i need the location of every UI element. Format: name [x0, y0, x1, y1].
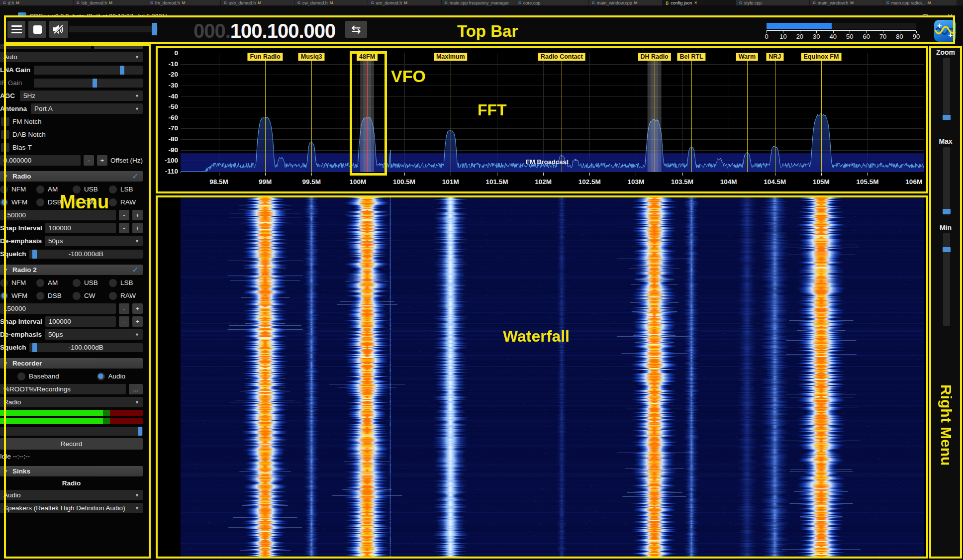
mute-button[interactable] [49, 21, 68, 38]
station-label[interactable]: 48FM [357, 53, 378, 61]
editor-tab[interactable]: Cam_demod.hM [368, 0, 442, 5]
offset-input[interactable]: 0.000000 [0, 155, 81, 166]
bandwidth-increment-button[interactable]: + [132, 303, 143, 314]
mode-LSB[interactable]: LSB [109, 184, 143, 194]
station-label[interactable]: NRJ [766, 53, 783, 61]
deemphasis-select[interactable]: 50µs ▼ [45, 329, 143, 340]
editor-tab[interactable]: {}config.json✕ [663, 0, 736, 5]
recorder-stream-select[interactable]: Radio ▼ [0, 397, 143, 407]
mode-LSB[interactable]: LSB [109, 278, 143, 288]
radio-button[interactable] [0, 279, 8, 287]
radio-section-header[interactable]: ▼ Radio ✓ [0, 171, 143, 182]
if-gain-handle[interactable] [93, 79, 97, 88]
station-label[interactable]: Warm [736, 53, 758, 61]
radio-button[interactable] [73, 198, 81, 206]
recorder-section-header[interactable]: ▼ Recorder [0, 358, 143, 369]
sink-device-select[interactable]: Speakers (Realtek High Definition Audio)… [0, 503, 143, 513]
radio2-bandwidth-input[interactable]: 150000 [0, 303, 116, 314]
menu-toggle-button[interactable] [7, 21, 25, 38]
lna-gain-handle[interactable] [120, 66, 124, 75]
radio-button[interactable] [109, 292, 117, 300]
recorder-volume-handle[interactable] [138, 427, 142, 436]
station-label[interactable]: Maximum [434, 53, 468, 61]
volume-slider-handle[interactable] [152, 23, 157, 35]
volume-slider[interactable] [69, 26, 158, 32]
dab-notch-checkbox[interactable] [1, 130, 9, 139]
max-slider-handle[interactable] [943, 209, 951, 214]
snap-interval-input[interactable]: 100000 [45, 223, 116, 233]
antenna-select[interactable]: Port A ▼ [31, 103, 143, 114]
deemphasis-select[interactable]: 50µs ▼ [45, 236, 143, 246]
bias-t-checkbox[interactable] [1, 143, 9, 152]
mode-NFM[interactable]: NFM [0, 278, 34, 288]
editor-tab[interactable]: Ccore.cpp [515, 0, 589, 5]
lna-gain-slider[interactable] [34, 66, 143, 75]
editor-tab[interactable]: Cmain.cpp frequency_manager [442, 0, 515, 5]
mode-WFM[interactable]: WFM [0, 197, 34, 207]
mode-NFM[interactable]: NFM [0, 184, 34, 194]
agc-select[interactable]: 5Hz ▼ [20, 91, 143, 101]
mode-RAW[interactable]: RAW [109, 290, 143, 301]
radio-button[interactable] [73, 186, 81, 193]
station-label[interactable]: Fun Radio [248, 53, 283, 61]
radio-button[interactable] [109, 198, 117, 206]
mode-USB[interactable]: USB [73, 278, 106, 288]
station-label[interactable]: Musiq3 [298, 53, 325, 61]
recorder-volume-slider[interactable] [0, 427, 143, 436]
waterfall-plot[interactable] [181, 197, 924, 557]
mode-DSB[interactable]: DSB [36, 290, 70, 301]
radio-button[interactable] [0, 292, 8, 300]
snap-decrement-button[interactable]: - [119, 223, 129, 233]
zoom-slider-handle[interactable] [943, 115, 951, 120]
station-label[interactable]: Bel RTL [677, 53, 706, 61]
vfo-swap-button[interactable]: ⇆ [345, 21, 367, 38]
radio-bandwidth-input[interactable]: 150000 [0, 210, 116, 220]
fft-plot[interactable] [181, 53, 924, 172]
sinks-section-header[interactable]: ▼ Sinks [0, 466, 143, 476]
min-slider-handle[interactable] [943, 247, 951, 252]
bandwidth-increment-button[interactable]: + [132, 210, 143, 220]
snap-decrement-button[interactable]: - [119, 316, 129, 327]
bandwidth-decrement-button[interactable]: - [119, 210, 129, 220]
radio-button[interactable] [36, 279, 44, 287]
radio-button[interactable] [109, 186, 117, 193]
mode-CW[interactable]: CW [73, 197, 106, 207]
browse-button[interactable]: ... [129, 384, 143, 394]
sink-type-select[interactable]: Audio ▼ [0, 490, 143, 500]
recording-path-input[interactable]: %ROOT%/Recordings [0, 384, 126, 394]
radio-button[interactable] [36, 198, 44, 206]
editor-tab[interactable]: Clsb_demod.hM [74, 0, 147, 5]
radio2-section-header[interactable]: ▼ Radio 2 ✓ [0, 265, 143, 275]
mode-CW[interactable]: CW [73, 290, 106, 301]
squelch-slider[interactable]: -100.000dB [29, 343, 143, 352]
enabled-check-icon[interactable]: ✓ [132, 172, 139, 181]
mode-DSB[interactable]: DSB [36, 197, 70, 207]
recorder-mode-baseband[interactable]: Baseband [17, 371, 59, 381]
bandwidth-decrement-button[interactable]: - [119, 303, 129, 314]
max-slider[interactable] [943, 147, 950, 215]
editor-tab[interactable]: Cfm_demod.hM [147, 0, 221, 5]
station-label[interactable]: Radio Contact [538, 53, 585, 61]
frequency-display[interactable]: 000.100.100.000 [193, 20, 335, 42]
record-button[interactable]: Record [0, 438, 143, 450]
editor-tab[interactable]: Cusb_demod.hM [221, 0, 294, 5]
editor-tab[interactable]: Ccw_demod.hM [294, 0, 368, 5]
mode-USB[interactable]: USB [73, 184, 106, 194]
radio-button[interactable] [0, 198, 8, 206]
mode-AM[interactable]: AM [36, 278, 70, 288]
radio-button[interactable] [0, 186, 8, 193]
mode-WFM[interactable]: WFM [0, 290, 34, 301]
offset-decrement-button[interactable]: - [84, 155, 94, 166]
snap-increment-button[interactable]: + [132, 316, 143, 327]
editor-tab[interactable]: Cstyle.cpp [736, 0, 810, 5]
snap-increment-button[interactable]: + [132, 223, 143, 233]
station-label[interactable]: DH Radio [638, 53, 671, 61]
stop-button[interactable] [28, 21, 46, 38]
station-label[interactable]: Equinox FM [801, 53, 842, 61]
fm-notch-checkbox[interactable] [1, 117, 9, 126]
enabled-check-icon[interactable]: ✓ [132, 265, 139, 275]
editor-tab[interactable]: Cd.hM [0, 0, 74, 5]
gain-mode-select[interactable]: Auto ▼ [0, 52, 143, 62]
editor-tab[interactable]: Cmain_window.cppM [589, 0, 663, 5]
editor-tab[interactable]: Cmain_window.hM [810, 0, 883, 5]
